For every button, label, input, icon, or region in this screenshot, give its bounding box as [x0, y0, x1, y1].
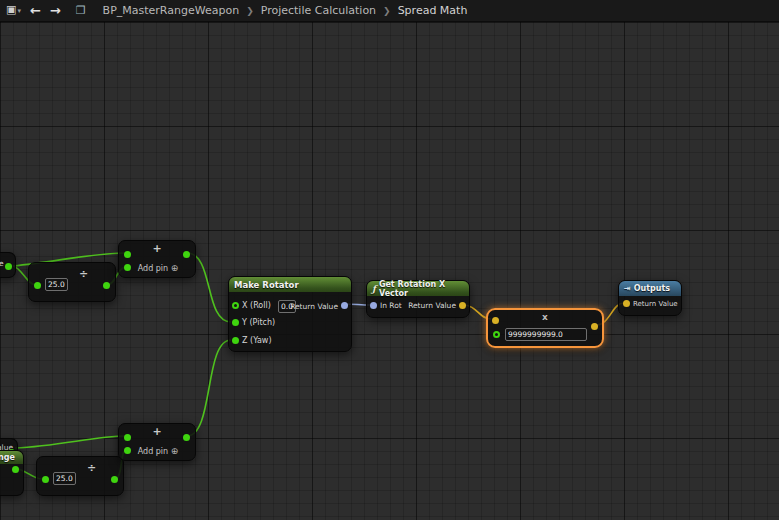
chevron-down-icon: ▾: [17, 7, 21, 15]
forward-button[interactable]: →: [50, 3, 61, 18]
input-pin[interactable]: [34, 282, 41, 289]
breadcrumb-blueprint[interactable]: BP_MasterRangeWeapon: [103, 4, 240, 17]
pin-label: Return Value: [633, 299, 678, 309]
output-pin[interactable]: [103, 282, 110, 289]
input-pin-y-pitch[interactable]: [232, 319, 239, 326]
breadcrumb-projectile-calculation[interactable]: Projectile Calculation: [261, 4, 376, 17]
pin-label: In Rot: [380, 301, 402, 311]
input-pin[interactable]: [124, 434, 131, 441]
input-pin-in-rot[interactable]: [370, 302, 377, 309]
input-pin-b[interactable]: [493, 331, 500, 338]
divide-symbol: ÷: [79, 267, 88, 280]
node-header: ƒ Get Rotation X Vector: [367, 281, 469, 296]
input-pin-x-roll[interactable]: [232, 302, 239, 309]
window-icon: ▣: [6, 3, 16, 16]
wire-source-to-add-bottom[interactable]: [15, 436, 126, 448]
input-pin[interactable]: [124, 251, 131, 258]
add-node-bottom[interactable]: + Add pin ⊕: [118, 423, 196, 461]
blueprint-editor: ▣▾ ← → ❐ BP_MasterRangeWeapon ❯ Projecti…: [0, 0, 779, 520]
input-pin-return-value[interactable]: [623, 300, 630, 307]
multiply-symbol: x: [488, 312, 602, 322]
pin-label: Return Value: [290, 302, 338, 312]
output-pin[interactable]: [111, 476, 118, 483]
add-pin-button[interactable]: Add pin ⊕: [125, 446, 191, 456]
multiplier-value-input[interactable]: 9999999999.0: [505, 328, 587, 341]
node-header: Make Rotator: [229, 277, 351, 292]
node-title: Get Rotation X Vector: [379, 280, 464, 298]
node-title: Make Rotator: [234, 280, 299, 290]
graph-icon: ❐: [76, 4, 86, 17]
pin-label: X (Roll): [242, 301, 271, 311]
make-rotator-node[interactable]: Make Rotator X (Roll) 0.0 Return Value Y…: [228, 276, 352, 352]
outputs-node[interactable]: ⇥ Outputs Return Value: [618, 280, 682, 316]
divide-node-bottom[interactable]: 25.0 ÷: [36, 456, 124, 496]
outputs-icon: ⇥: [624, 284, 631, 293]
add-pin-icon: ⊕: [171, 446, 179, 456]
partial-node-top[interactable]: e: [0, 252, 16, 278]
divide-symbol: ÷: [87, 461, 96, 474]
value-input[interactable]: 25.0: [45, 278, 68, 291]
breadcrumb-separator-icon: ❯: [383, 6, 391, 16]
get-rotation-x-vector-node[interactable]: ƒ Get Rotation X Vector In Rot Return Va…: [366, 280, 470, 318]
input-pin[interactable]: [42, 476, 49, 483]
function-icon: ƒ: [372, 284, 376, 294]
add-node-top[interactable]: + Add pin ⊕: [118, 240, 196, 278]
pin-label: Z (Yaw): [242, 336, 272, 346]
pin-label: e: [0, 259, 4, 269]
node-header: nge: [0, 451, 23, 464]
node-header: ⇥ Outputs: [619, 281, 681, 296]
wire-add-bottom-to-rotator-z[interactable]: [187, 340, 231, 436]
back-button[interactable]: ←: [30, 3, 41, 18]
node-title: nge: [0, 453, 15, 462]
input-pin-a[interactable]: [492, 317, 499, 324]
wires-layer: [0, 22, 779, 520]
input-pin-z-yaw[interactable]: [232, 337, 239, 344]
multiply-node[interactable]: x 9999999999.0: [486, 308, 604, 348]
add-pin-label: Add pin: [138, 447, 168, 456]
add-pin-icon: ⊕: [171, 263, 179, 273]
output-pin[interactable]: [183, 251, 190, 258]
graph-canvas[interactable]: e 25.0 ÷ + Add pin ⊕ Make Rotator: [0, 22, 779, 520]
add-pin-label: Add pin: [138, 264, 168, 273]
partial-node-range[interactable]: nge: [0, 450, 24, 496]
pin-label: Y (Pitch): [242, 318, 275, 328]
output-pin[interactable]: [591, 323, 598, 330]
graph-toolbar: ▣▾ ← → ❐ BP_MasterRangeWeapon ❯ Projecti…: [0, 0, 779, 22]
pin-label: Return Value: [408, 301, 456, 311]
output-pin[interactable]: [12, 466, 19, 473]
value-input[interactable]: 25.0: [53, 472, 76, 485]
breadcrumb-spread-math[interactable]: Spread Math: [398, 4, 468, 17]
node-title: Outputs: [634, 284, 670, 293]
breadcrumb: BP_MasterRangeWeapon ❯ Projectile Calcul…: [103, 4, 468, 17]
output-pin-return-value[interactable]: [459, 302, 466, 309]
output-pin-return-value[interactable]: [341, 302, 348, 309]
window-menu-button[interactable]: ▣▾: [6, 0, 21, 22]
output-pin[interactable]: [5, 263, 12, 270]
breadcrumb-separator-icon: ❯: [246, 6, 254, 16]
add-pin-button[interactable]: Add pin ⊕: [125, 263, 191, 273]
output-pin[interactable]: [183, 434, 190, 441]
divide-node-top[interactable]: 25.0 ÷: [28, 262, 116, 302]
